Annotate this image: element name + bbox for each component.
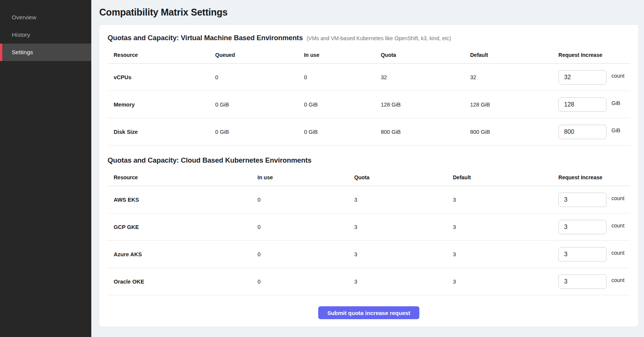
cell-in-use: 0 <box>304 64 381 91</box>
cell-in-use: 0 <box>258 213 354 241</box>
app-window: Overview History Settings Compatibility … <box>0 0 644 337</box>
sidebar-item-settings[interactable]: Settings <box>0 44 91 61</box>
vm-quotas-section: Quotas and Capacity: Virtual Machine Bas… <box>108 34 630 146</box>
request-increase-input-gcp-gke[interactable] <box>558 220 606 234</box>
cell-quota: 3 <box>354 186 453 213</box>
unit-label: count <box>611 250 624 256</box>
column-header-in-use: In use <box>304 47 381 64</box>
request-increase-input-azure-aks[interactable] <box>558 247 606 262</box>
cell-resource: GCP GKE <box>108 213 258 241</box>
page-title: Compatibility Matrix Settings <box>99 7 639 18</box>
cloud-quota-table: Resource In use Quota Default Request In… <box>108 169 630 295</box>
cell-resource: AWS EKS <box>108 186 258 213</box>
cloud-section-title: Quotas and Capacity: Cloud Based Kuberne… <box>108 156 311 165</box>
cell-quota: 128 GiB <box>381 91 470 118</box>
unit-label: GiB <box>611 100 620 106</box>
cell-resource: Memory <box>108 91 215 118</box>
column-header-in-use: In use <box>258 169 354 186</box>
unit-label: count <box>611 195 624 201</box>
table-row-gcp-gke: GCP GKE 0 3 3 count <box>108 213 630 241</box>
column-header-default: Default <box>453 169 559 186</box>
cell-default: 128 GiB <box>470 91 558 118</box>
cell-request-increase: GiB <box>558 118 630 146</box>
column-header-queued: Queued <box>215 47 304 64</box>
cell-default: 3 <box>453 186 559 213</box>
cell-in-use: 0 <box>258 241 354 268</box>
cell-request-increase: GiB <box>558 91 630 118</box>
request-increase-input-aws-eks[interactable] <box>558 193 606 207</box>
button-row: Submit quota increase request <box>108 306 630 319</box>
unit-label: count <box>611 277 624 283</box>
cell-default: 3 <box>453 268 559 295</box>
cloud-quotas-section: Quotas and Capacity: Cloud Based Kuberne… <box>108 156 630 295</box>
table-header-row: Resource In use Quota Default Request In… <box>108 169 630 186</box>
request-increase-input-vcpus[interactable] <box>558 70 606 85</box>
vm-section-title: Quotas and Capacity: Virtual Machine Bas… <box>108 34 303 42</box>
cell-quota: 3 <box>354 241 453 268</box>
cell-default: 3 <box>453 213 559 241</box>
table-row-oracle-oke: Oracle OKE 0 3 3 count <box>108 268 630 295</box>
cell-request-increase: count <box>558 241 630 268</box>
cell-default: 32 <box>470 64 558 91</box>
vm-section-subtitle: (VMs and VM-based Kubernetes like OpenSh… <box>306 35 451 41</box>
settings-card: Quotas and Capacity: Virtual Machine Bas… <box>99 24 639 327</box>
cell-in-use: 0 GiB <box>304 91 381 118</box>
request-increase-input-disk-size[interactable] <box>558 125 606 139</box>
cell-default: 800 GiB <box>470 118 558 146</box>
table-row-azure-aks: Azure AKS 0 3 3 count <box>108 241 630 268</box>
cell-resource: Disk Size <box>108 118 215 146</box>
cell-request-increase: count <box>558 268 630 295</box>
column-header-request-increase: Request Increase <box>558 47 630 64</box>
cell-queued: 0 GiB <box>215 91 304 118</box>
sidebar-item-overview[interactable]: Overview <box>0 9 91 26</box>
column-header-request-increase: Request Increase <box>558 169 630 186</box>
main-content: Compatibility Matrix Settings Quotas and… <box>91 0 644 337</box>
table-header-row: Resource Queued In use Quota Default Req… <box>108 47 630 64</box>
table-row-aws-eks: AWS EKS 0 3 3 count <box>108 186 630 213</box>
sidebar: Overview History Settings <box>0 0 91 337</box>
submit-quota-increase-button[interactable]: Submit quota increase request <box>318 306 419 319</box>
request-increase-input-memory[interactable] <box>558 97 606 112</box>
column-header-default: Default <box>470 47 558 64</box>
vm-quota-table: Resource Queued In use Quota Default Req… <box>108 47 630 146</box>
cell-quota: 800 GiB <box>381 118 470 146</box>
cell-resource: vCPUs <box>108 64 215 91</box>
cell-resource: Azure AKS <box>108 241 258 268</box>
cell-in-use: 0 <box>258 268 354 295</box>
column-header-resource: Resource <box>108 169 258 186</box>
cell-resource: Oracle OKE <box>108 268 258 295</box>
unit-label: count <box>611 223 624 229</box>
cell-quota: 3 <box>354 268 453 295</box>
cell-request-increase: count <box>558 64 630 91</box>
cell-default: 3 <box>453 241 559 268</box>
cell-quota: 32 <box>381 64 470 91</box>
column-header-quota: Quota <box>354 169 453 186</box>
vm-section-header: Quotas and Capacity: Virtual Machine Bas… <box>108 34 630 42</box>
unit-label: count <box>611 73 624 79</box>
sidebar-item-label: Overview <box>12 14 36 21</box>
cell-queued: 0 <box>215 64 304 91</box>
request-increase-input-oracle-oke[interactable] <box>558 274 606 289</box>
cell-quota: 3 <box>354 213 453 241</box>
active-indicator <box>0 44 2 61</box>
cell-queued: 0 GiB <box>215 118 304 146</box>
unit-label: GiB <box>611 127 620 133</box>
sidebar-item-label: History <box>12 31 30 38</box>
table-row-disk-size: Disk Size 0 GiB 0 GiB 800 GiB 800 GiB Gi… <box>108 118 630 146</box>
column-header-quota: Quota <box>381 47 470 64</box>
sidebar-item-label: Settings <box>12 49 33 56</box>
table-row-vcpus: vCPUs 0 0 32 32 count <box>108 64 630 91</box>
cell-in-use: 0 GiB <box>304 118 381 146</box>
cell-request-increase: count <box>558 213 630 241</box>
cell-request-increase: count <box>558 186 630 213</box>
cell-in-use: 0 <box>258 186 354 213</box>
column-header-resource: Resource <box>108 47 215 64</box>
sidebar-item-history[interactable]: History <box>0 26 91 44</box>
cloud-section-header: Quotas and Capacity: Cloud Based Kuberne… <box>108 156 630 165</box>
table-row-memory: Memory 0 GiB 0 GiB 128 GiB 128 GiB GiB <box>108 91 630 118</box>
